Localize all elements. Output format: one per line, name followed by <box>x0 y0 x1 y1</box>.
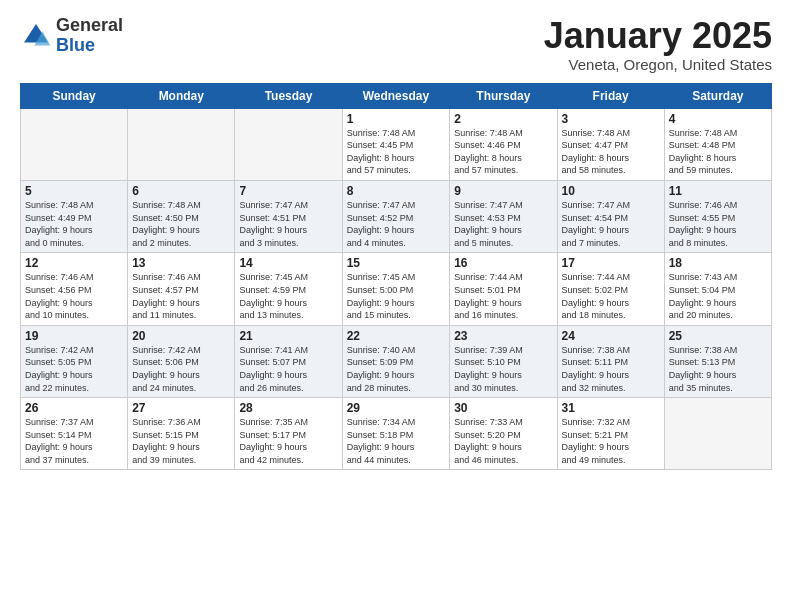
table-row: 14Sunrise: 7:45 AM Sunset: 4:59 PM Dayli… <box>235 253 342 325</box>
table-row: 30Sunrise: 7:33 AM Sunset: 5:20 PM Dayli… <box>450 398 557 470</box>
table-row <box>664 398 771 470</box>
title-block: January 2025 Veneta, Oregon, United Stat… <box>544 16 772 73</box>
table-row: 10Sunrise: 7:47 AM Sunset: 4:54 PM Dayli… <box>557 180 664 252</box>
day-info: Sunrise: 7:35 AM Sunset: 5:17 PM Dayligh… <box>239 416 337 466</box>
day-info: Sunrise: 7:48 AM Sunset: 4:46 PM Dayligh… <box>454 127 552 177</box>
day-number: 5 <box>25 184 123 198</box>
day-info: Sunrise: 7:43 AM Sunset: 5:04 PM Dayligh… <box>669 271 767 321</box>
calendar-subtitle: Veneta, Oregon, United States <box>544 56 772 73</box>
day-number: 4 <box>669 112 767 126</box>
logo-general: General <box>56 16 123 36</box>
header-friday: Friday <box>557 83 664 108</box>
table-row: 5Sunrise: 7:48 AM Sunset: 4:49 PM Daylig… <box>21 180 128 252</box>
table-row: 17Sunrise: 7:44 AM Sunset: 5:02 PM Dayli… <box>557 253 664 325</box>
header-wednesday: Wednesday <box>342 83 450 108</box>
header-monday: Monday <box>128 83 235 108</box>
day-number: 27 <box>132 401 230 415</box>
table-row: 26Sunrise: 7:37 AM Sunset: 5:14 PM Dayli… <box>21 398 128 470</box>
day-info: Sunrise: 7:38 AM Sunset: 5:13 PM Dayligh… <box>669 344 767 394</box>
day-info: Sunrise: 7:46 AM Sunset: 4:57 PM Dayligh… <box>132 271 230 321</box>
day-number: 11 <box>669 184 767 198</box>
day-number: 25 <box>669 329 767 343</box>
calendar-header-row: Sunday Monday Tuesday Wednesday Thursday… <box>21 83 772 108</box>
table-row <box>235 108 342 180</box>
day-info: Sunrise: 7:32 AM Sunset: 5:21 PM Dayligh… <box>562 416 660 466</box>
day-number: 7 <box>239 184 337 198</box>
day-number: 31 <box>562 401 660 415</box>
header-tuesday: Tuesday <box>235 83 342 108</box>
day-number: 2 <box>454 112 552 126</box>
header-saturday: Saturday <box>664 83 771 108</box>
table-row: 9Sunrise: 7:47 AM Sunset: 4:53 PM Daylig… <box>450 180 557 252</box>
calendar-week-row: 5Sunrise: 7:48 AM Sunset: 4:49 PM Daylig… <box>21 180 772 252</box>
day-info: Sunrise: 7:34 AM Sunset: 5:18 PM Dayligh… <box>347 416 446 466</box>
day-info: Sunrise: 7:45 AM Sunset: 5:00 PM Dayligh… <box>347 271 446 321</box>
table-row: 29Sunrise: 7:34 AM Sunset: 5:18 PM Dayli… <box>342 398 450 470</box>
table-row: 21Sunrise: 7:41 AM Sunset: 5:07 PM Dayli… <box>235 325 342 397</box>
table-row: 12Sunrise: 7:46 AM Sunset: 4:56 PM Dayli… <box>21 253 128 325</box>
day-number: 9 <box>454 184 552 198</box>
day-info: Sunrise: 7:44 AM Sunset: 5:02 PM Dayligh… <box>562 271 660 321</box>
logo-icon <box>20 20 52 52</box>
day-number: 24 <box>562 329 660 343</box>
day-number: 30 <box>454 401 552 415</box>
day-number: 15 <box>347 256 446 270</box>
day-number: 16 <box>454 256 552 270</box>
day-info: Sunrise: 7:48 AM Sunset: 4:48 PM Dayligh… <box>669 127 767 177</box>
day-info: Sunrise: 7:42 AM Sunset: 5:06 PM Dayligh… <box>132 344 230 394</box>
day-number: 1 <box>347 112 446 126</box>
table-row: 2Sunrise: 7:48 AM Sunset: 4:46 PM Daylig… <box>450 108 557 180</box>
logo-blue: Blue <box>56 36 123 56</box>
day-number: 22 <box>347 329 446 343</box>
table-row: 13Sunrise: 7:46 AM Sunset: 4:57 PM Dayli… <box>128 253 235 325</box>
header: General Blue January 2025 Veneta, Oregon… <box>20 16 772 73</box>
day-info: Sunrise: 7:33 AM Sunset: 5:20 PM Dayligh… <box>454 416 552 466</box>
table-row: 28Sunrise: 7:35 AM Sunset: 5:17 PM Dayli… <box>235 398 342 470</box>
calendar-week-row: 26Sunrise: 7:37 AM Sunset: 5:14 PM Dayli… <box>21 398 772 470</box>
calendar-week-row: 1Sunrise: 7:48 AM Sunset: 4:45 PM Daylig… <box>21 108 772 180</box>
table-row <box>21 108 128 180</box>
day-number: 10 <box>562 184 660 198</box>
page: General Blue January 2025 Veneta, Oregon… <box>0 0 792 612</box>
day-info: Sunrise: 7:39 AM Sunset: 5:10 PM Dayligh… <box>454 344 552 394</box>
table-row: 23Sunrise: 7:39 AM Sunset: 5:10 PM Dayli… <box>450 325 557 397</box>
table-row: 3Sunrise: 7:48 AM Sunset: 4:47 PM Daylig… <box>557 108 664 180</box>
day-info: Sunrise: 7:36 AM Sunset: 5:15 PM Dayligh… <box>132 416 230 466</box>
day-info: Sunrise: 7:46 AM Sunset: 4:56 PM Dayligh… <box>25 271 123 321</box>
day-number: 23 <box>454 329 552 343</box>
calendar-week-row: 12Sunrise: 7:46 AM Sunset: 4:56 PM Dayli… <box>21 253 772 325</box>
day-number: 17 <box>562 256 660 270</box>
table-row: 22Sunrise: 7:40 AM Sunset: 5:09 PM Dayli… <box>342 325 450 397</box>
day-number: 26 <box>25 401 123 415</box>
day-info: Sunrise: 7:48 AM Sunset: 4:47 PM Dayligh… <box>562 127 660 177</box>
day-info: Sunrise: 7:47 AM Sunset: 4:52 PM Dayligh… <box>347 199 446 249</box>
header-thursday: Thursday <box>450 83 557 108</box>
table-row: 18Sunrise: 7:43 AM Sunset: 5:04 PM Dayli… <box>664 253 771 325</box>
table-row: 8Sunrise: 7:47 AM Sunset: 4:52 PM Daylig… <box>342 180 450 252</box>
day-info: Sunrise: 7:47 AM Sunset: 4:53 PM Dayligh… <box>454 199 552 249</box>
day-number: 14 <box>239 256 337 270</box>
day-number: 19 <box>25 329 123 343</box>
day-info: Sunrise: 7:40 AM Sunset: 5:09 PM Dayligh… <box>347 344 446 394</box>
table-row: 25Sunrise: 7:38 AM Sunset: 5:13 PM Dayli… <box>664 325 771 397</box>
day-number: 20 <box>132 329 230 343</box>
day-info: Sunrise: 7:45 AM Sunset: 4:59 PM Dayligh… <box>239 271 337 321</box>
day-info: Sunrise: 7:47 AM Sunset: 4:54 PM Dayligh… <box>562 199 660 249</box>
calendar-week-row: 19Sunrise: 7:42 AM Sunset: 5:05 PM Dayli… <box>21 325 772 397</box>
logo-text: General Blue <box>56 16 123 56</box>
day-info: Sunrise: 7:41 AM Sunset: 5:07 PM Dayligh… <box>239 344 337 394</box>
day-number: 28 <box>239 401 337 415</box>
table-row: 31Sunrise: 7:32 AM Sunset: 5:21 PM Dayli… <box>557 398 664 470</box>
day-info: Sunrise: 7:48 AM Sunset: 4:45 PM Dayligh… <box>347 127 446 177</box>
day-number: 13 <box>132 256 230 270</box>
table-row: 24Sunrise: 7:38 AM Sunset: 5:11 PM Dayli… <box>557 325 664 397</box>
day-info: Sunrise: 7:42 AM Sunset: 5:05 PM Dayligh… <box>25 344 123 394</box>
logo: General Blue <box>20 16 123 56</box>
day-number: 12 <box>25 256 123 270</box>
table-row <box>128 108 235 180</box>
day-info: Sunrise: 7:46 AM Sunset: 4:55 PM Dayligh… <box>669 199 767 249</box>
table-row: 15Sunrise: 7:45 AM Sunset: 5:00 PM Dayli… <box>342 253 450 325</box>
table-row: 20Sunrise: 7:42 AM Sunset: 5:06 PM Dayli… <box>128 325 235 397</box>
table-row: 7Sunrise: 7:47 AM Sunset: 4:51 PM Daylig… <box>235 180 342 252</box>
table-row: 27Sunrise: 7:36 AM Sunset: 5:15 PM Dayli… <box>128 398 235 470</box>
